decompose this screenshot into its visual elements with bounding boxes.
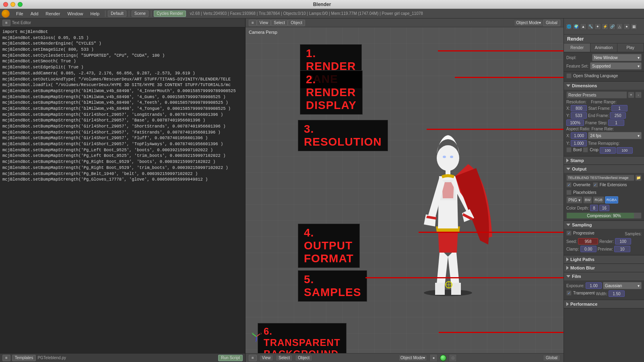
compression-bar[interactable]: Compression: 90%: [566, 212, 642, 219]
global-selector[interactable]: Global: [543, 20, 560, 26]
progressive-cb[interactable]: [566, 230, 572, 236]
resolution-frame-label: Frame Range:: [591, 100, 617, 104]
overwrite-cb[interactable]: [566, 182, 572, 187]
render-engine-selector[interactable]: Cycles Render: [154, 10, 186, 17]
close-button[interactable]: [3, 2, 8, 7]
texture-icon-btn[interactable]: ▦: [631, 23, 637, 30]
solid-mode-btn[interactable]: ●: [429, 354, 438, 362]
stamp-header[interactable]: Stamp: [564, 156, 644, 165]
light-paths-header[interactable]: Light Paths: [564, 255, 644, 263]
object-btn[interactable]: Object: [295, 355, 312, 361]
green-mode-btn[interactable]: [440, 355, 446, 361]
depth-16-btn[interactable]: 16: [599, 205, 609, 211]
menu-item-render[interactable]: Render: [42, 10, 63, 17]
header-icon-btn[interactable]: ≡: [2, 20, 10, 26]
format-selector[interactable]: PNG ▾: [566, 196, 582, 204]
motion-blur-header[interactable]: Motion Blur: [564, 264, 644, 272]
menu-item-help[interactable]: Help: [87, 10, 103, 17]
constraints-icon-btn[interactable]: 🔗: [609, 23, 615, 30]
tab-render[interactable]: Render: [564, 43, 590, 52]
global-footer-btn[interactable]: Global: [543, 355, 560, 361]
object-icon-btn[interactable]: ▲: [580, 23, 586, 30]
dimensions-header[interactable]: Dimensions: [564, 82, 644, 90]
svg-point-0: [424, 290, 472, 296]
maximize-button[interactable]: [18, 2, 23, 7]
transparent-label: Transparent: [573, 291, 595, 295]
remap-old[interactable]: 100: [600, 147, 616, 154]
crop-cb[interactable]: [583, 147, 588, 152]
rgb-btn[interactable]: RGB: [593, 196, 604, 204]
clamp-input[interactable]: 0.00: [580, 246, 597, 252]
menu-item-file[interactable]: File: [13, 10, 27, 17]
scene-selector[interactable]: Scene: [132, 10, 149, 17]
physics-icon-btn[interactable]: ⚡: [602, 23, 608, 30]
render-samples-input[interactable]: 100: [615, 238, 631, 245]
aspect-x-input[interactable]: 1.000: [571, 132, 587, 139]
depth-8-btn[interactable]: 8: [590, 205, 598, 211]
particles-icon-btn[interactable]: ✦: [594, 23, 601, 30]
tab-animation[interactable]: Animation: [590, 43, 617, 52]
modifier-icon-btn[interactable]: 🔧: [587, 23, 594, 30]
view-btn[interactable]: View: [259, 355, 274, 361]
scene-icon-btn[interactable]: 🌐: [566, 23, 572, 30]
rgba-btn[interactable]: RGBA: [605, 196, 619, 204]
res-y-input[interactable]: 533: [571, 112, 587, 119]
presets-remove-btn[interactable]: -: [635, 92, 642, 98]
filter-type-selector[interactable]: Gaussian ▾: [603, 282, 642, 289]
width-input[interactable]: 1.50: [609, 290, 625, 297]
material-icon-btn[interactable]: ●: [623, 23, 630, 30]
preview-input[interactable]: 10: [614, 246, 630, 252]
exposure-input[interactable]: 1.00: [586, 282, 602, 289]
sampling-header[interactable]: Sampling: [564, 221, 644, 229]
aspect-y-input[interactable]: 1.000: [571, 140, 587, 146]
world-icon-btn[interactable]: 🌍: [573, 23, 579, 30]
feature-set-selector[interactable]: Supported ▾: [590, 62, 642, 70]
output-header[interactable]: Output: [564, 165, 644, 173]
output-path-browse-btn[interactable]: 📁: [635, 175, 642, 181]
render-presets-selector[interactable]: Render Presets: [566, 91, 627, 99]
menu-item-add[interactable]: Add: [27, 10, 42, 17]
bw-btn[interactable]: BW: [583, 196, 592, 204]
start-frame-row: Start Frame: 1: [588, 105, 627, 111]
tab-play[interactable]: Play: [617, 43, 644, 52]
display-selector[interactable]: New Window ▾: [592, 54, 642, 61]
window-controls[interactable]: [3, 2, 23, 7]
object-menu[interactable]: Object: [288, 20, 305, 26]
resolution-percent[interactable]: 100%: [566, 119, 584, 126]
run-script-btn[interactable]: Run Script: [218, 355, 243, 361]
film-header[interactable]: Film: [564, 272, 644, 280]
code-area[interactable]: import mcjBlendBotmcjBlendBot.setGloss( …: [0, 27, 245, 353]
remap-new[interactable]: 100: [617, 147, 633, 154]
file-ext-cb-row: File Extensions: [593, 182, 627, 187]
wire-mode-btn[interactable]: □: [449, 354, 457, 362]
workspace-selector[interactable]: Default: [108, 10, 126, 17]
viewport-header-icon[interactable]: ≡: [249, 20, 257, 26]
viewport-footer-icon[interactable]: ≡: [249, 355, 257, 361]
resolution-row: Resolution: Frame Range:: [566, 100, 642, 104]
end-frame-input[interactable]: 250: [610, 112, 626, 119]
viewport-content[interactable]: Camera Persp 1. RENDER PANE 2. RENDER DI…: [246, 27, 564, 353]
seed-input[interactable]: 958: [578, 238, 598, 245]
frame-step-input[interactable]: 1: [608, 119, 624, 126]
minimize-button[interactable]: [10, 2, 15, 7]
output-path-input[interactable]: TELEBLEND TEST/render/test image: [566, 175, 634, 181]
data-icon-btn[interactable]: △: [616, 23, 623, 30]
res-x-input[interactable]: 800: [571, 105, 587, 111]
bord-cb[interactable]: [566, 147, 572, 152]
object-mode-selector[interactable]: Object Mode ▾: [514, 20, 543, 26]
view-menu[interactable]: View: [257, 20, 271, 26]
templates-btn[interactable]: Templates: [12, 355, 36, 361]
select-menu[interactable]: Select: [271, 20, 288, 26]
open-shading-cb[interactable]: [566, 73, 572, 78]
performance-header[interactable]: Performance: [564, 300, 644, 308]
select-btn[interactable]: Select: [276, 355, 293, 361]
transparent-cb[interactable]: [566, 290, 572, 296]
start-frame-input[interactable]: 1: [611, 105, 627, 111]
file-ext-cb[interactable]: [593, 182, 598, 187]
footer-icon-btn[interactable]: ≡: [2, 355, 10, 361]
presets-add-btn[interactable]: +: [628, 92, 634, 98]
object-mode-footer[interactable]: Object Mode ▾: [398, 355, 427, 361]
placeholders-cb[interactable]: [566, 190, 572, 195]
framerate-selector[interactable]: 24 fps ▾: [588, 132, 642, 139]
menu-item-window[interactable]: Window: [64, 10, 86, 17]
